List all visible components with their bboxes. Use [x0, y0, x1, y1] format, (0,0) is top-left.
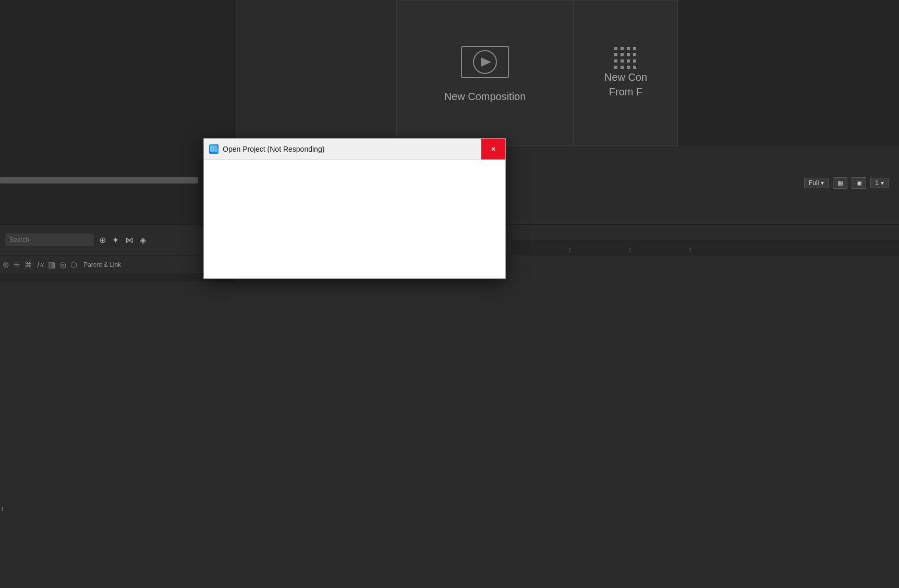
search-input[interactable] — [5, 234, 94, 246]
ruler-tick-3: 1 — [689, 248, 692, 253]
home-panel: New Composition New ConFrom F — [396, 0, 899, 146]
sun-icon[interactable]: ✳ — [14, 260, 20, 270]
quality-dropdown-arrow: ▾ — [821, 179, 824, 187]
toolbar-icon-group: ⊕ ✦ ⋈ ◈ — [99, 235, 146, 245]
shape-btn-icon[interactable]: ◎ — [59, 260, 66, 270]
dialog-title: Open Project (Not Responding) — [223, 145, 324, 153]
scrollbar-thumb[interactable] — [0, 177, 198, 183]
view-toggle-btn1[interactable]: ▦ — [833, 177, 847, 189]
composition-icon — [459, 44, 511, 80]
ruler-tick-2: 1 — [629, 248, 632, 253]
shape-icon[interactable]: ◈ — [140, 235, 146, 245]
expression-icon[interactable]: ƒx — [37, 260, 44, 269]
layer-styles-icon[interactable]: ⬡ — [70, 260, 77, 270]
view-controls: Full ▾ ▦ ▣ 1 ▾ — [804, 177, 889, 189]
dialog-body — [204, 160, 505, 278]
new-composition-label: New Composition — [444, 91, 526, 103]
dialog-title-left: Open Project (Not Responding) — [209, 144, 324, 154]
svg-marker-2 — [481, 57, 491, 67]
close-icon: × — [491, 145, 495, 153]
dialog-titlebar[interactable]: Open Project (Not Responding) × — [204, 139, 505, 160]
zoom-dropdown[interactable]: 1 ▾ — [870, 178, 889, 188]
new-composition-card[interactable]: New Composition — [396, 0, 574, 146]
puppet-icon[interactable]: ⋈ — [125, 235, 133, 245]
truncated-text: t — [2, 506, 3, 512]
zoom-dropdown-arrow: ▾ — [881, 179, 884, 187]
new-comp-from-footage-card[interactable]: New ConFrom F — [574, 0, 678, 146]
mask-feather-icon[interactable]: ⌘ — [25, 260, 32, 270]
parent-link-label: Parent & Link — [83, 261, 121, 268]
left-panel-scrollbar[interactable] — [0, 177, 198, 183]
new-comp-from-footage-label: New ConFrom F — [604, 70, 647, 99]
open-project-dialog[interactable]: Open Project (Not Responding) × — [203, 138, 506, 279]
zoom-value: 1 — [875, 179, 879, 187]
motion-blur-icon[interactable]: ▥ — [48, 260, 55, 270]
view-toggle-btn2[interactable]: ▣ — [852, 177, 866, 189]
star-icon[interactable]: ✦ — [112, 235, 119, 245]
quality-label: Full — [809, 179, 819, 187]
move-anchor-icon[interactable]: ⊕ — [99, 235, 106, 245]
comp-from-footage-icon — [614, 47, 637, 70]
ae-app-icon — [209, 144, 218, 154]
timeline-ruler: 1 1 1 — [511, 240, 899, 255]
dialog-close-button[interactable]: × — [481, 139, 505, 160]
pin-icon[interactable]: ⊕ — [3, 260, 9, 270]
ruler-tick-1: 1 — [568, 248, 572, 253]
quality-dropdown[interactable]: Full ▾ — [804, 178, 829, 188]
